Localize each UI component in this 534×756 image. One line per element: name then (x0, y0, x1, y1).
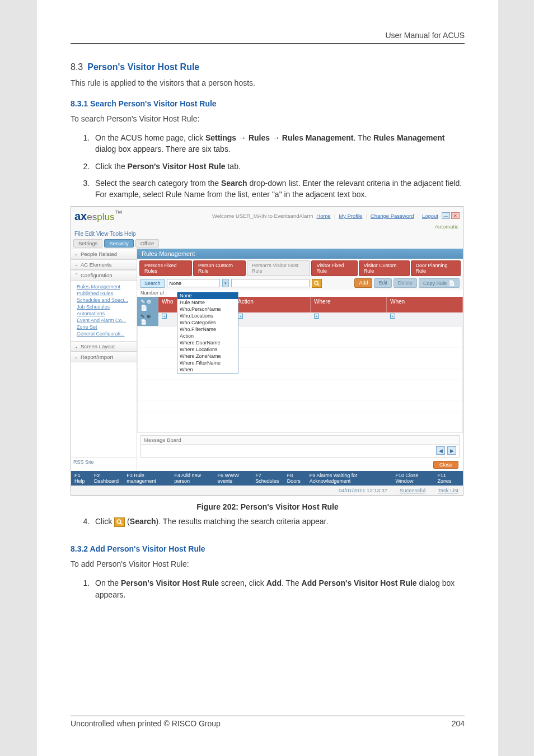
close-icon[interactable]: ✕ (451, 212, 460, 219)
col-where[interactable]: Where (311, 297, 387, 312)
fkey[interactable]: F6 WWW events (217, 473, 252, 484)
step-1: On the ACUS home page, click Settings → … (92, 132, 465, 155)
sidebar-rss[interactable]: RSS Site (71, 458, 137, 466)
minimize-icon[interactable]: — (442, 212, 450, 219)
prev-icon[interactable]: ◀ (436, 446, 445, 455)
copy-icon: 📄 (448, 280, 455, 286)
tab-person-visitor-host[interactable]: Person's Visitor Host Rule (247, 260, 310, 276)
fkey[interactable]: F8 Doors (287, 473, 306, 484)
step-add-1: On the Person's Visitor Host Rule screen… (92, 577, 465, 600)
sidebar-link[interactable]: Automations (77, 311, 134, 316)
tab-person-custom[interactable]: Person Custom Rule (193, 260, 246, 276)
toolbar-settings[interactable]: Settings (73, 239, 102, 248)
status-successful[interactable]: Successful (400, 487, 425, 493)
close-button[interactable]: Close (433, 461, 458, 469)
tab-door-planning[interactable]: Door Planning Rule (411, 260, 461, 276)
sidebar-link[interactable]: Published Rules (77, 291, 134, 296)
dropdown-item[interactable]: Who.FilterName (177, 326, 238, 333)
sub1-number: 8.3.1 (71, 99, 88, 108)
tab-persons-fixed[interactable]: Persons Fixed Rules (139, 260, 192, 276)
numberof-label: Number of : (140, 290, 167, 296)
svg-point-2 (117, 520, 121, 524)
toolbar-security[interactable]: Security (104, 239, 133, 248)
sidebar-report[interactable]: ⌄Report/Import (71, 352, 137, 362)
expand-icon[interactable]: + (238, 314, 243, 319)
copyrule-button[interactable]: Copy Rule📄 (419, 278, 460, 288)
chevron-down-icon: ⌄ (74, 344, 78, 349)
sidebar-link[interactable]: Schedules and Speci... (77, 297, 134, 303)
dropdown-item-selected[interactable]: None (177, 292, 238, 299)
search-dropdown[interactable]: None Rule Name Who.PersonName Who.Locati… (177, 292, 238, 374)
mode-label: Automatic (71, 223, 463, 231)
sub1-intro: To search Person's Visitor Host Rule: (71, 114, 465, 125)
row-tools[interactable]: ✎ ⊕ 📄 (137, 312, 158, 326)
section-number: 8.3 (71, 62, 83, 72)
sidebar-link[interactable]: Job Schedules (77, 304, 134, 310)
search-icon[interactable] (312, 279, 322, 288)
add-button[interactable]: Add (354, 278, 372, 288)
sidebar-config[interactable]: ⌃Configuration (71, 270, 137, 281)
fkey[interactable]: F2 Dashboard (94, 473, 123, 484)
fkey[interactable]: F10 Close Window (395, 473, 434, 484)
sub2-intro: To add Person's Visitor Host Rule: (71, 559, 465, 570)
chevron-down-icon: ⌄ (74, 354, 78, 360)
step-2: Click the Person's Visitor Host Rule tab… (92, 161, 465, 172)
changepw-link[interactable]: Change Password (371, 213, 414, 219)
sidebar-link[interactable]: General Configurati... (77, 331, 134, 337)
dropdown-item[interactable]: When (177, 366, 238, 373)
dropdown-item[interactable]: Action (177, 333, 238, 339)
sidebar-screen[interactable]: ⌄Screen Layout (71, 341, 137, 352)
section-intro: This rule is applied to the visitors tha… (71, 78, 465, 89)
toolbar-office[interactable]: Office (135, 239, 160, 248)
steps-list-1: On the ACUS home page, click Settings → … (71, 132, 465, 200)
app-screenshot: axesplus™ Welcome USER_MAIN to Eventsand… (71, 206, 463, 496)
fkey[interactable]: F3 Rule management (127, 473, 171, 484)
footer-page: 204 (452, 719, 465, 728)
doc-header: User Manual for ACUS (71, 31, 465, 44)
dropdown-item[interactable]: Where.ZoneName (177, 353, 238, 360)
logout-link[interactable]: Logout (422, 213, 438, 219)
menubar[interactable]: File Edit View Tools Help (71, 231, 463, 238)
col-action[interactable]: Action (235, 297, 311, 312)
dropdown-item[interactable]: Who.PersonName (177, 306, 238, 312)
status-bar: 04/01/2011 12:13:37 Successful Task List (71, 486, 463, 495)
window-title: Rules Management (137, 249, 463, 259)
steps-list-2: On the Person's Visitor Host Rule screen… (71, 577, 465, 600)
sidebar-link[interactable]: Rules Management (77, 284, 134, 290)
dropdown-button[interactable]: ▾ (222, 279, 229, 287)
fkey[interactable]: F9 Alarms Waiting for Acknowledgement (310, 473, 392, 484)
step-4: Click (Search). The results matching the… (92, 516, 465, 527)
col-when[interactable]: When (387, 297, 463, 312)
fkey[interactable]: F7 Schedules (255, 473, 283, 484)
tab-visitor-custom[interactable]: Visitor Custom Rule (359, 260, 410, 276)
dropdown-item[interactable]: Where.FilterName (177, 360, 238, 366)
fkey[interactable]: F4 Add new person (174, 473, 214, 484)
expand-icon[interactable]: + (162, 314, 167, 319)
edit-button[interactable]: Edit (374, 278, 392, 288)
next-icon[interactable]: ▶ (447, 446, 456, 455)
dropdown-item[interactable]: Where.Locations (177, 346, 238, 353)
sub1-title: Search Person's Visitor Host Rule (90, 99, 217, 108)
tab-visitor-fixed[interactable]: Visitor Fixed Rule (311, 260, 357, 276)
sidebar-link[interactable]: Event And Alarm Co... (77, 318, 134, 323)
dropdown-item[interactable]: Where.DoorName (177, 339, 238, 346)
status-tasklist[interactable]: Task List (438, 487, 458, 493)
delete-button[interactable]: Delete (394, 278, 417, 288)
dropdown-item[interactable]: Rule Name (177, 299, 238, 306)
home-link[interactable]: Home (316, 213, 330, 219)
top-links: Welcome USER_MAIN to EventsandAlarm Home… (212, 212, 460, 219)
sidebar-people[interactable]: ⌄People Related (71, 249, 137, 259)
sidebar-link[interactable]: Zone Set (77, 324, 134, 330)
sidebar-ac[interactable]: ⌄AC Elements (71, 259, 137, 270)
svg-line-3 (120, 523, 122, 525)
myprofile-link[interactable]: My Profile (339, 213, 362, 219)
expand-icon[interactable]: + (314, 314, 319, 319)
search-category-input[interactable] (167, 279, 220, 287)
expand-icon[interactable]: + (390, 314, 395, 319)
dropdown-item[interactable]: Who.Locations (177, 312, 238, 319)
chevron-down-icon: ⌄ (74, 251, 78, 256)
dropdown-item[interactable]: Who.Categories (177, 319, 238, 326)
fkey[interactable]: F11 Zones (438, 473, 460, 484)
search-text-input[interactable] (231, 279, 310, 287)
fkey[interactable]: F1 Help (74, 473, 91, 484)
